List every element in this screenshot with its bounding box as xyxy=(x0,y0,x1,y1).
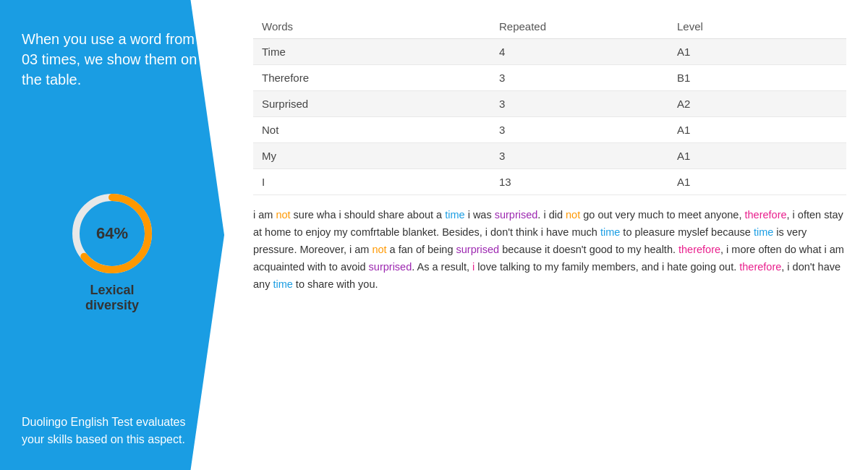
bottom-description: Duolingo English Test evaluates your ski… xyxy=(22,414,203,448)
repeated-not: 3 xyxy=(490,117,668,143)
level-time: A1 xyxy=(668,39,846,65)
lexical-label: Lexical diversity xyxy=(85,283,139,313)
description-text: When you use a word from 03 times, we sh… xyxy=(22,29,203,90)
highlight-time-4: time xyxy=(273,278,292,290)
table-row: Time 4 A1 xyxy=(253,39,846,65)
highlight-time-1: time xyxy=(445,209,464,221)
repeated-therefore: 3 xyxy=(490,65,668,91)
table-body: Time 4 A1 Therefore 3 B1 Surprised 3 A2 … xyxy=(253,39,846,195)
highlight-not-1: not xyxy=(276,209,290,221)
table-row: Therefore 3 B1 xyxy=(253,65,846,91)
repeated-surprised: 3 xyxy=(490,91,668,117)
level-i: A1 xyxy=(668,169,846,195)
col-header-level: Level xyxy=(668,14,846,39)
level-surprised: A2 xyxy=(668,91,846,117)
word-time: Time xyxy=(253,39,490,65)
highlight-therefore-1: therefore xyxy=(745,209,787,221)
left-panel: When you use a word from 03 times, we sh… xyxy=(0,0,224,470)
percentage-value: 64% xyxy=(96,224,128,243)
col-header-repeated: Repeated xyxy=(490,14,668,39)
table-row: My 3 A1 xyxy=(253,143,846,169)
repeated-time: 4 xyxy=(490,39,668,65)
col-header-words: Words xyxy=(253,14,490,39)
circle-container: 64% Lexical diversity xyxy=(22,190,203,313)
word-therefore: Therefore xyxy=(253,65,490,91)
highlight-surprised-3: surprised xyxy=(369,261,412,273)
highlight-i-1: i xyxy=(472,261,475,273)
right-panel: Words Repeated Level Time 4 A1 Therefore… xyxy=(224,0,868,470)
word-my: My xyxy=(253,143,490,169)
highlight-surprised-1: surprised xyxy=(495,209,538,221)
highlight-my-2: my xyxy=(627,244,641,255)
highlight-my-1: my xyxy=(333,226,347,238)
word-table: Words Repeated Level Time 4 A1 Therefore… xyxy=(253,14,846,195)
level-not: A1 xyxy=(668,117,846,143)
highlight-not-3: not xyxy=(372,244,386,255)
donut-chart: 64% xyxy=(69,190,156,277)
highlight-time-2: time xyxy=(600,226,620,238)
table-row: Surprised 3 A2 xyxy=(253,91,846,117)
word-surprised: Surprised xyxy=(253,91,490,117)
table-row: Not 3 A1 xyxy=(253,117,846,143)
level-my: A1 xyxy=(668,143,846,169)
word-i: I xyxy=(253,169,490,195)
highlight-surprised-2: surprised xyxy=(456,244,500,255)
highlight-my-3: my xyxy=(545,261,558,273)
highlight-therefore-3: therefore xyxy=(739,261,781,273)
text-passage: i am not sure wha i should share about a… xyxy=(253,207,846,456)
level-therefore: B1 xyxy=(668,65,846,91)
highlight-not-2: not xyxy=(566,209,580,221)
word-not: Not xyxy=(253,117,490,143)
highlight-time-3: time xyxy=(754,226,773,238)
repeated-my: 3 xyxy=(490,143,668,169)
highlight-therefore-2: therefore xyxy=(678,244,720,255)
table-row: I 13 A1 xyxy=(253,169,846,195)
repeated-i: 13 xyxy=(490,169,668,195)
